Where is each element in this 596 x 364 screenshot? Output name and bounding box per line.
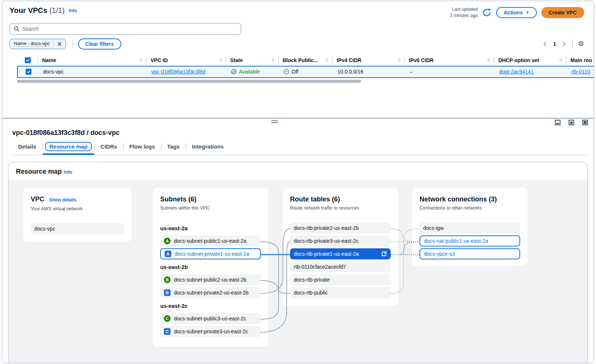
route-table-item-private3[interactable]: docs-rtb-private3-us-east-2c [290,235,391,246]
last-updated-value: 2 minutes ago [450,13,478,19]
next-page-button[interactable] [561,41,567,47]
search-input[interactable] [22,26,237,32]
search-bar[interactable] [10,23,241,35]
route-table-item-rtb-0110[interactable]: rtb-0110cface2acecfd7 [290,261,391,272]
column-header-ipv6-cidr[interactable]: IPv6 CIDR ▽ [404,55,494,66]
column-header-ipv4-cidr[interactable]: IPv4 CIDR ▽ [332,55,404,66]
row-checkbox[interactable] [26,69,31,75]
column-header-name[interactable]: Name ▽ [38,55,146,66]
network-connections-card-subtitle: Connections to other networks [420,205,520,211]
route-tables-card-title: Route tables (6) [290,195,391,203]
last-updated: Last updated 2 minutes ago [450,6,478,19]
column-caret-icon[interactable]: ▽ [216,58,222,62]
route-table-item-private1-selected[interactable]: docs-rtb-private1-us-east-2a [290,248,391,259]
filter-token[interactable]: Name : docs-vpc [10,39,66,49]
clear-filters-label: Clear filters [85,41,114,47]
az-label-us-east-2c: us-east-2c [160,300,261,311]
subnet-item-private3[interactable]: C docs-subnet-private3-us-east-2c [160,326,261,337]
panel-position-side-button[interactable] [569,120,574,126]
select-all-checkbox[interactable] [25,57,31,63]
route-tables-card-subtitle: Route network traffic to resources [290,205,391,211]
connection-item-vpce-s3-highlighted[interactable]: docs-vpce-s3 [420,248,520,259]
table-preferences-button[interactable]: ⚙ [578,40,584,47]
tab-tags[interactable]: Tags [161,143,186,154]
create-vpc-button[interactable]: Create VPC [541,7,584,18]
vpc-card-subtitle: Your AWS virtual network [31,206,124,211]
list-header: Your VPCs (1/1) Info Last updated 2 minu… [10,6,594,19]
create-vpc-label: Create VPC [549,10,577,16]
subnet-item-private1-selected[interactable]: A docs-subnet-private1-us-east-2a [160,248,261,259]
resource-map-header: Resource map Info [9,162,587,180]
status-off-icon [283,69,289,75]
vpc-count: (1/1) [49,6,64,14]
current-page[interactable]: 1 [550,41,559,47]
vpc-item-docs-vpc[interactable]: docs-vpc [31,223,124,234]
dhcp-option-set-link[interactable]: dopt-2ac94141 [499,69,533,75]
column-header-main-route[interactable]: Main rou [566,55,594,66]
pagination: 1 ⚙ [542,40,584,48]
route-table-item-private2[interactable]: docs-rtb-private2-us-east-2b [290,222,391,234]
column-caret-icon[interactable]: ▽ [137,58,142,62]
column-caret-icon[interactable]: ▽ [269,58,275,62]
column-header-state[interactable]: State ▽ [226,55,278,66]
route-table-item-private[interactable]: docs-rtb-private [290,274,391,285]
divider [73,39,73,49]
detail-title: vpc-018f086a13f3c3f8d / docs-vpc [12,129,594,137]
column-caret-icon[interactable]: ▽ [395,58,401,62]
subnet-item-private2[interactable]: B docs-subnet-private2-us-east-2b [160,287,261,298]
public-subnet-badge: A [164,238,171,244]
subnet-item-public3[interactable]: C docs-subnet-public3-us-east-2c [160,313,261,324]
tab-cidrs[interactable]: CIDRs [95,143,123,154]
tab-resource-map[interactable]: Resource map [43,143,94,154]
table-row-docs-vpc[interactable]: docs-vpc vpc-018f086a13f3c3f8d Available [17,66,594,78]
remove-filter-button[interactable] [53,39,65,49]
subnet-item-public2[interactable]: B docs-subnet-public2-us-east-2b [160,274,261,285]
resource-map-info-link[interactable]: Info [64,170,72,175]
tab-flow-logs[interactable]: Flow logs [124,143,161,154]
cell-block-public: Off [279,67,333,77]
horizontal-scrollbar[interactable] [17,80,361,83]
refresh-button[interactable] [482,8,492,17]
external-link-icon[interactable] [381,251,387,257]
panel-side-icon [569,120,574,125]
route-table-item-public[interactable]: docs-rtb-public [290,287,391,298]
prev-page-button[interactable] [542,41,548,47]
subnet-item-public1[interactable]: A docs-subnet-public1-us-east-2a [160,235,261,246]
column-caret-icon[interactable]: ▽ [323,58,329,62]
vpc-card-title: VPC Show details [31,195,124,204]
search-icon [14,26,20,32]
column-header-block-public[interactable]: Block Public... ▽ [278,55,332,66]
vpc-console-page: Your VPCs (1/1) Info Last updated 2 minu… [2,1,594,363]
row-select-cell [18,67,38,77]
filter-row: Name : docs-vpc Clear filters [10,38,594,50]
panel-maximize-button[interactable] [582,120,588,126]
column-header-dhcp-option-set[interactable]: DHCP option set ▽ [494,55,566,66]
page-title: Your VPCs (1/1) Info [10,6,77,15]
check-icon [26,69,31,74]
actions-button[interactable]: Actions ▼ [496,7,536,18]
column-caret-icon[interactable]: ▽ [484,58,490,62]
tab-integrations[interactable]: Integrations [186,143,230,154]
private-subnet-badge: A [165,251,171,257]
divider [572,40,573,48]
connection-item-igw[interactable]: docs-igw [420,222,520,234]
cell-state: Available [226,67,279,77]
vpc-id-link[interactable]: vpc-018f086a13f3c3f8d [151,69,205,75]
split-panel-drag-handle[interactable] [271,120,278,124]
column-caret-icon[interactable]: ▽ [556,58,562,62]
connection-item-nat-highlighted[interactable]: docs-nat-public1-us-east-2a [420,235,520,246]
vpc-detail-panel: vpc-018f086a13f3c3f8d / docs-vpc Details… [2,129,594,363]
close-icon [57,41,62,47]
panel-position-bottom-button[interactable] [555,120,560,126]
cell-name: docs-vpc [38,67,147,77]
column-header-vpc-id[interactable]: VPC ID ▽ [146,55,226,66]
main-route-table-link[interactable]: rtb-0110 [571,69,590,75]
chevron-left-icon [542,41,548,47]
tab-details[interactable]: Details [12,143,42,154]
panel-position-controls [555,120,588,126]
show-details-link[interactable]: Show details [49,197,76,203]
resource-map-canvas: VPC Show details Your AWS virtual networ… [9,180,587,363]
info-link[interactable]: Info [69,8,77,13]
clear-filters-button[interactable]: Clear filters [78,38,121,50]
refresh-icon [482,8,492,17]
